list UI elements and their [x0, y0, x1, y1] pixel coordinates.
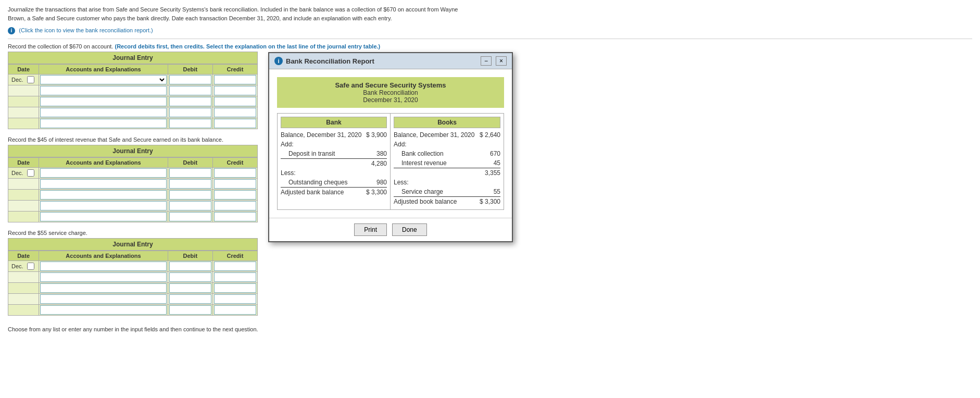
account-input-2-2[interactable]	[40, 179, 167, 189]
col-date-header: Date	[8, 65, 39, 74]
bank-reconciliation-modal: i Bank Reconciliation Report − × Safe an…	[268, 52, 513, 242]
adjusted-books-row: Adjusted book balance $ 3,300	[394, 196, 500, 206]
books-subtotal-value: 3,355	[485, 169, 500, 177]
books-balance-value: $ 2,640	[480, 131, 500, 139]
debit-input-3-1[interactable]	[169, 262, 211, 271]
journal-table-3: Journal Entry Date Accounts and Explanat…	[8, 238, 258, 316]
account-select-1-1[interactable]	[40, 75, 167, 84]
credit-input-3-1[interactable]	[214, 262, 256, 271]
credit-input-3-2[interactable]	[214, 272, 256, 282]
debit-input-2-1[interactable]	[169, 168, 211, 178]
bank-add-label: Add:	[281, 140, 387, 149]
credit-input-1-5[interactable]	[214, 119, 256, 128]
col-debit-header-3: Debit	[168, 251, 212, 261]
adjusted-books-value: $ 3,300	[480, 198, 500, 205]
table-row	[8, 283, 258, 294]
credit-input-3-3[interactable]	[214, 283, 256, 293]
date-label-3: Dec.	[9, 262, 26, 270]
credit-input-2-1[interactable]	[214, 168, 256, 178]
table-row	[8, 107, 258, 118]
debit-input-2-5[interactable]	[169, 212, 211, 221]
account-input-2-5[interactable]	[40, 212, 167, 221]
outstanding-cheques-row: Outstanding cheques 980	[281, 178, 387, 187]
done-button[interactable]: Done	[392, 223, 427, 236]
info-icon[interactable]: i	[8, 27, 15, 34]
print-button[interactable]: Print	[354, 223, 387, 236]
account-input-3-3[interactable]	[40, 283, 167, 293]
debit-input-2-2[interactable]	[169, 179, 211, 189]
table-row	[8, 305, 258, 316]
credit-input-3-4[interactable]	[214, 294, 256, 304]
table-row	[8, 96, 258, 107]
credit-input-3-5[interactable]	[214, 305, 256, 315]
credit-input-2-4[interactable]	[214, 201, 256, 210]
info-link[interactable]: (Click the icon to view the bank reconci…	[19, 27, 153, 33]
main-instructions: Journalize the transactions that arise f…	[8, 5, 476, 22]
credit-input-2-3[interactable]	[214, 190, 256, 200]
debit-input-1-4[interactable]	[169, 108, 211, 117]
bank-header: Bank	[281, 117, 387, 128]
modal-info-icon: i	[274, 57, 283, 65]
debit-input-1-5[interactable]	[169, 119, 211, 128]
col-date-header-3: Date	[8, 251, 39, 261]
debit-input-1-3[interactable]	[169, 97, 211, 106]
journal-title-2: Journal Entry	[8, 145, 258, 157]
account-input-1-5[interactable]	[40, 119, 167, 128]
debit-input-3-4[interactable]	[169, 294, 211, 304]
col-credit-header-2: Credit	[212, 158, 257, 168]
debit-input-3-5[interactable]	[169, 305, 211, 315]
debit-input-2-3[interactable]	[169, 190, 211, 200]
table-row: Dec.	[8, 261, 258, 272]
debit-input-3-3[interactable]	[169, 283, 211, 293]
books-column: Books Balance, December 31, 2020 $ 2,640…	[391, 114, 504, 209]
account-input-1-4[interactable]	[40, 108, 167, 117]
modal-title: Bank Reconciliation Report	[286, 57, 374, 65]
debit-input-1-1[interactable]	[169, 75, 211, 84]
date-checkbox-3[interactable]	[27, 263, 34, 270]
account-input-1-2[interactable]	[40, 86, 167, 95]
table-row	[8, 118, 258, 129]
books-subtotal-row: 3,355	[394, 168, 500, 178]
modal-body: Safe and Secure Security Systems Bank Re…	[269, 69, 512, 218]
report-header: Safe and Secure Security Systems Bank Re…	[277, 77, 504, 108]
account-input-2-3[interactable]	[40, 190, 167, 200]
bank-less-label: Less:	[281, 168, 387, 178]
books-add-label: Add:	[394, 140, 500, 149]
account-input-3-5[interactable]	[40, 305, 167, 315]
account-input-3-1[interactable]	[40, 262, 167, 271]
account-input-2-4[interactable]	[40, 201, 167, 210]
debit-input-1-2[interactable]	[169, 86, 211, 95]
account-input-1-3[interactable]	[40, 97, 167, 106]
table-row	[8, 212, 258, 222]
adjusted-books-label: Adjusted book balance	[394, 198, 457, 205]
credit-input-2-2[interactable]	[214, 179, 256, 189]
account-input-3-2[interactable]	[40, 272, 167, 282]
interest-revenue-value: 45	[494, 159, 500, 167]
account-input-2-1[interactable]	[40, 168, 167, 178]
modal-header: i Bank Reconciliation Report − ×	[269, 53, 512, 69]
debit-input-2-4[interactable]	[169, 201, 211, 210]
modal-controls: − ×	[481, 56, 507, 66]
journal-title-3: Journal Entry	[8, 238, 258, 251]
col-debit-header: Debit	[168, 65, 212, 74]
credit-input-1-1[interactable]	[214, 75, 256, 84]
date-checkbox-1[interactable]	[27, 76, 34, 83]
col-accounts-header-3: Accounts and Explanations	[39, 251, 168, 261]
debit-input-3-2[interactable]	[169, 272, 211, 282]
credit-input-1-4[interactable]	[214, 108, 256, 117]
adjusted-bank-row: Adjusted bank balance $ 3,300	[281, 187, 387, 197]
bank-balance-value: $ 3,900	[366, 131, 387, 139]
date-checkbox-2[interactable]	[27, 169, 34, 177]
close-button[interactable]: ×	[496, 56, 507, 66]
books-less-label: Less:	[394, 178, 500, 187]
table-row: Dec.	[8, 74, 258, 85]
credit-input-1-3[interactable]	[214, 97, 256, 106]
credit-input-2-5[interactable]	[214, 212, 256, 221]
adjusted-bank-value: $ 3,300	[366, 189, 387, 196]
journal-table-1: Journal Entry Date Accounts and Explanat…	[8, 52, 258, 129]
credit-input-1-2[interactable]	[214, 86, 256, 95]
bank-balance-label: Balance, December 31, 2020	[281, 131, 361, 139]
outstanding-cheques-value: 980	[376, 179, 387, 186]
account-input-3-4[interactable]	[40, 294, 167, 304]
minimize-button[interactable]: −	[481, 56, 492, 66]
